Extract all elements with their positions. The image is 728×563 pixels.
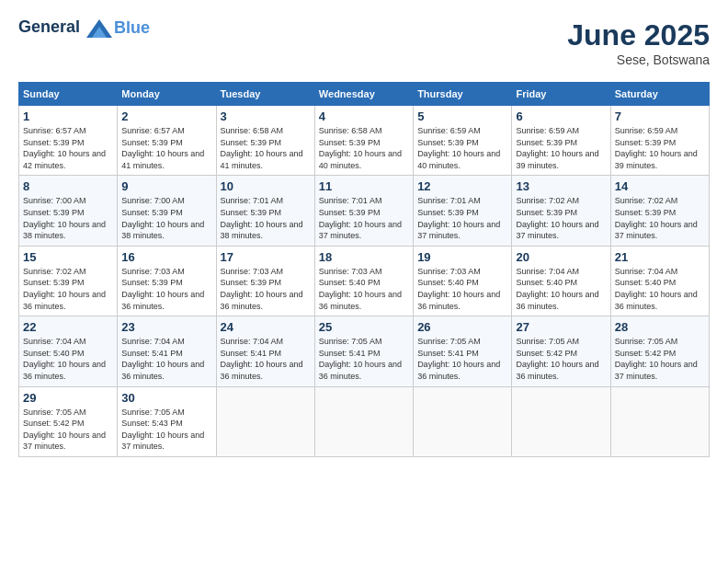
sunrise-label: Sunrise: 6:59 AM [516, 126, 579, 135]
daylight-label: Daylight: 10 hours and 36 minutes. [516, 360, 598, 381]
day-number: 21 [615, 250, 705, 264]
sunset-label: Sunset: 5:40 PM [516, 278, 577, 287]
sunrise-label: Sunrise: 7:04 AM [23, 337, 86, 346]
day-number: 1 [23, 109, 113, 123]
daylight-label: Daylight: 10 hours and 38 minutes. [23, 220, 106, 241]
daylight-label: Daylight: 10 hours and 36 minutes. [319, 360, 402, 381]
day-info: Sunrise: 6:58 AM Sunset: 5:39 PM Dayligh… [221, 125, 311, 171]
day-number: 28 [615, 320, 705, 334]
day-number: 12 [417, 179, 507, 193]
day-info: Sunrise: 7:03 AM Sunset: 5:40 PM Dayligh… [319, 266, 409, 312]
day-cell-22: 22 Sunrise: 7:04 AM Sunset: 5:40 PM Dayl… [19, 316, 118, 386]
day-cell-14: 14 Sunrise: 7:02 AM Sunset: 5:39 PM Dayl… [610, 176, 709, 246]
sunrise-label: Sunrise: 7:00 AM [121, 196, 185, 205]
day-info: Sunrise: 7:04 AM Sunset: 5:40 PM Dayligh… [516, 266, 606, 312]
sunrise-label: Sunrise: 7:00 AM [23, 196, 86, 205]
sunset-label: Sunset: 5:39 PM [121, 138, 183, 147]
day-cell-19: 19 Sunrise: 7:03 AM Sunset: 5:40 PM Dayl… [414, 246, 512, 316]
day-info: Sunrise: 7:00 AM Sunset: 5:39 PM Dayligh… [121, 195, 211, 241]
sunrise-label: Sunrise: 7:01 AM [417, 196, 481, 205]
sunset-label: Sunset: 5:39 PM [319, 208, 381, 217]
day-info: Sunrise: 7:02 AM Sunset: 5:39 PM Dayligh… [23, 266, 113, 312]
daylight-label: Daylight: 10 hours and 36 minutes. [23, 290, 106, 311]
sunrise-label: Sunrise: 7:04 AM [516, 267, 579, 276]
sunset-label: Sunset: 5:41 PM [319, 349, 381, 358]
day-cell-15: 15 Sunrise: 7:02 AM Sunset: 5:39 PM Dayl… [19, 246, 118, 316]
day-cell-5: 5 Sunrise: 6:59 AM Sunset: 5:39 PM Dayli… [414, 106, 512, 176]
day-info: Sunrise: 7:03 AM Sunset: 5:39 PM Dayligh… [121, 266, 211, 312]
day-cell-3: 3 Sunrise: 6:58 AM Sunset: 5:39 PM Dayli… [216, 106, 314, 176]
day-number: 29 [23, 391, 113, 405]
sunset-label: Sunset: 5:40 PM [319, 278, 381, 287]
sunset-label: Sunset: 5:39 PM [221, 278, 282, 287]
calendar-table: SundayMondayTuesdayWednesdayThursdayFrid… [18, 82, 710, 457]
day-number: 15 [23, 250, 113, 264]
sunrise-label: Sunrise: 7:05 AM [417, 337, 481, 346]
sunset-label: Sunset: 5:39 PM [121, 208, 183, 217]
sunrise-label: Sunrise: 7:02 AM [23, 267, 86, 276]
day-number: 10 [221, 179, 311, 193]
sunrise-label: Sunrise: 7:05 AM [23, 408, 86, 417]
day-info: Sunrise: 7:03 AM Sunset: 5:40 PM Dayligh… [417, 266, 507, 312]
day-number: 20 [516, 250, 606, 264]
page-header: General Blue June 2025 Sese, Botswana [18, 18, 710, 67]
day-cell-20: 20 Sunrise: 7:04 AM Sunset: 5:40 PM Dayl… [512, 246, 610, 316]
day-cell-16: 16 Sunrise: 7:03 AM Sunset: 5:39 PM Dayl… [118, 246, 216, 316]
sunset-label: Sunset: 5:41 PM [417, 349, 479, 358]
sunrise-label: Sunrise: 7:03 AM [417, 267, 481, 276]
daylight-label: Daylight: 10 hours and 39 minutes. [516, 149, 598, 170]
daylight-label: Daylight: 10 hours and 36 minutes. [23, 360, 106, 381]
day-info: Sunrise: 7:00 AM Sunset: 5:39 PM Dayligh… [23, 195, 113, 241]
daylight-label: Daylight: 10 hours and 38 minutes. [121, 220, 204, 241]
daylight-label: Daylight: 10 hours and 38 minutes. [221, 220, 303, 241]
sunrise-label: Sunrise: 7:03 AM [221, 267, 284, 276]
day-number: 5 [417, 109, 507, 123]
daylight-label: Daylight: 10 hours and 37 minutes. [121, 431, 204, 452]
day-cell-10: 10 Sunrise: 7:01 AM Sunset: 5:39 PM Dayl… [216, 176, 314, 246]
day-number: 16 [121, 250, 211, 264]
sunrise-label: Sunrise: 7:03 AM [121, 267, 185, 276]
day-info: Sunrise: 6:57 AM Sunset: 5:39 PM Dayligh… [23, 125, 113, 171]
daylight-label: Daylight: 10 hours and 36 minutes. [121, 360, 204, 381]
weekday-header-tuesday: Tuesday [216, 83, 314, 106]
sunset-label: Sunset: 5:39 PM [516, 138, 577, 147]
weekday-header-sunday: Sunday [19, 83, 118, 106]
sunset-label: Sunset: 5:39 PM [23, 138, 85, 147]
sunrise-label: Sunrise: 6:57 AM [121, 126, 185, 135]
sunset-label: Sunset: 5:40 PM [417, 278, 479, 287]
day-cell-11: 11 Sunrise: 7:01 AM Sunset: 5:39 PM Dayl… [314, 176, 413, 246]
daylight-label: Daylight: 10 hours and 36 minutes. [417, 290, 500, 311]
day-cell-13: 13 Sunrise: 7:02 AM Sunset: 5:39 PM Dayl… [512, 176, 610, 246]
day-cell-9: 9 Sunrise: 7:00 AM Sunset: 5:39 PM Dayli… [118, 176, 216, 246]
sunset-label: Sunset: 5:39 PM [615, 138, 677, 147]
sunrise-label: Sunrise: 6:59 AM [615, 126, 678, 135]
sunset-label: Sunset: 5:41 PM [121, 349, 183, 358]
day-cell-26: 26 Sunrise: 7:05 AM Sunset: 5:41 PM Dayl… [414, 316, 512, 386]
calendar-week-1: 1 Sunrise: 6:57 AM Sunset: 5:39 PM Dayli… [19, 106, 710, 176]
weekday-header-thursday: Thursday [414, 83, 512, 106]
day-info: Sunrise: 7:04 AM Sunset: 5:40 PM Dayligh… [23, 336, 113, 382]
logo-general: General [18, 17, 80, 36]
sunrise-label: Sunrise: 7:02 AM [615, 196, 678, 205]
sunrise-label: Sunrise: 6:58 AM [221, 126, 284, 135]
day-cell-30: 30 Sunrise: 7:05 AM Sunset: 5:43 PM Dayl… [118, 386, 216, 456]
empty-cell [314, 386, 413, 456]
day-number: 22 [23, 320, 113, 334]
day-number: 6 [516, 109, 606, 123]
sunset-label: Sunset: 5:39 PM [221, 138, 282, 147]
daylight-label: Daylight: 10 hours and 36 minutes. [615, 290, 698, 311]
day-number: 4 [319, 109, 409, 123]
daylight-label: Daylight: 10 hours and 42 minutes. [23, 149, 106, 170]
daylight-label: Daylight: 10 hours and 40 minutes. [417, 149, 500, 170]
day-number: 9 [121, 179, 211, 193]
sunset-label: Sunset: 5:43 PM [121, 419, 183, 428]
day-info: Sunrise: 6:59 AM Sunset: 5:39 PM Dayligh… [417, 125, 507, 171]
day-cell-17: 17 Sunrise: 7:03 AM Sunset: 5:39 PM Dayl… [216, 246, 314, 316]
sunrise-label: Sunrise: 7:05 AM [319, 337, 382, 346]
day-info: Sunrise: 6:59 AM Sunset: 5:39 PM Dayligh… [516, 125, 606, 171]
month-title: June 2025 [567, 18, 710, 52]
sunrise-label: Sunrise: 7:03 AM [319, 267, 382, 276]
calendar-week-5: 29 Sunrise: 7:05 AM Sunset: 5:42 PM Dayl… [19, 386, 710, 456]
empty-cell [610, 386, 709, 456]
day-cell-4: 4 Sunrise: 6:58 AM Sunset: 5:39 PM Dayli… [314, 106, 413, 176]
